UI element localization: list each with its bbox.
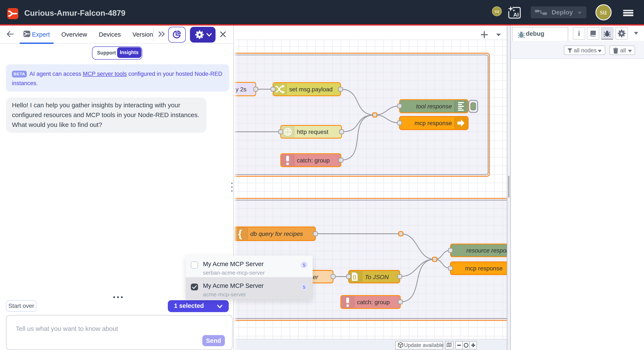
svg-text:y 2s: y 2s [236,86,246,92]
svg-text:catch: group: catch: group [357,299,390,306]
svg-text:{}: {} [353,274,356,280]
svg-text:To JSON: To JSON [365,274,389,280]
svg-text:http request: http request [297,128,328,135]
svg-text:er: er [313,274,318,280]
svg-text:db query for recipes: db query for recipes [250,230,303,237]
svg-text:mcp response: mcp response [465,265,502,272]
svg-text:tool response: tool response [416,103,452,110]
svg-text:set msg.payload: set msg.payload [289,86,333,92]
svg-text:mcp response: mcp response [414,120,452,126]
svg-text:resource response: resource response [466,247,507,254]
svg-text:Update available: Update available [404,342,444,348]
svg-text:AI: AI [513,12,519,18]
svg-text:{: { [238,228,242,239]
svg-text:catch: group: catch: group [297,157,330,164]
